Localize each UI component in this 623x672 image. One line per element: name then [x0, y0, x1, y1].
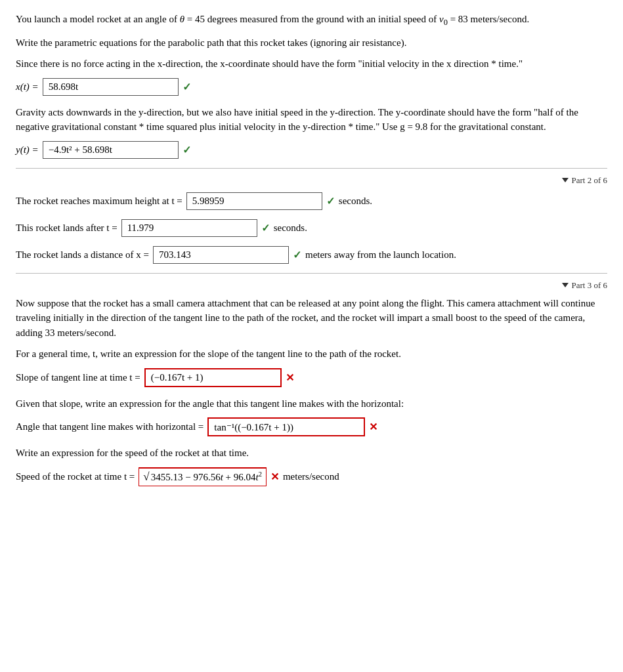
- slope-input[interactable]: [144, 368, 282, 387]
- distance-check-icon: ✓: [293, 249, 301, 261]
- distance-text: The rocket lands a distance of x =: [16, 249, 149, 261]
- part2-label-row: Part 2 of 6: [16, 175, 607, 186]
- speed-sqrt-box: √ 3455.13 − 976.56t + 96.04t2: [139, 467, 267, 486]
- xt-label: x(t) =: [16, 81, 39, 93]
- angle-row: Angle that tangent line makes with horiz…: [16, 417, 607, 436]
- triangle-down-icon-2: [562, 283, 569, 287]
- part3-divider: [16, 273, 607, 274]
- camera-text: Now suppose that the rocket has a small …: [16, 296, 607, 341]
- part2-divider: [16, 168, 607, 169]
- max-height-input[interactable]: [186, 192, 322, 210]
- distance-unit: meters away from the launch location.: [305, 249, 456, 261]
- speed-prompt: Write an expression for the speed of the…: [16, 446, 607, 461]
- angle-label: Angle that tangent line makes with horiz…: [16, 421, 204, 432]
- angle-x-icon[interactable]: ✕: [369, 421, 377, 433]
- speed-row: Speed of the rocket at time t = √ 3455.1…: [16, 467, 607, 486]
- xt-input[interactable]: [43, 78, 179, 96]
- lands-unit: seconds.: [274, 222, 307, 234]
- lands-input[interactable]: [121, 219, 257, 237]
- distance-row: The rocket lands a distance of x = ✓ met…: [16, 246, 607, 264]
- yt-input[interactable]: [43, 141, 179, 159]
- speed-value: 3455.13 − 976.56t + 96.04t2: [151, 471, 262, 483]
- intro-line1: You launch a model rocket at an angle of…: [16, 12, 607, 29]
- yt-check-icon: ✓: [183, 144, 191, 156]
- lands-check-icon: ✓: [261, 222, 270, 234]
- intro-line2: Write the parametric equations for the p…: [16, 35, 607, 51]
- angle-prompt: Given that slope, write an expression fo…: [16, 396, 607, 411]
- sqrt-symbol: √: [143, 471, 149, 484]
- max-height-unit: seconds.: [339, 196, 372, 207]
- max-height-row: The rocket reaches maximum height at t =…: [16, 192, 607, 210]
- yt-label: y(t) =: [16, 144, 39, 156]
- speed-x-icon[interactable]: ✕: [270, 471, 279, 483]
- slope-row: Slope of tangent line at time t = ✕: [16, 368, 607, 387]
- part3-label-row: Part 3 of 6: [16, 280, 607, 291]
- distance-input[interactable]: [153, 246, 289, 264]
- triangle-down-icon: [562, 178, 569, 182]
- speed-unit: meters/second: [283, 471, 339, 482]
- slope-label: Slope of tangent line at time t =: [16, 372, 140, 383]
- lands-text: This rocket lands after t =: [16, 222, 118, 234]
- slope-prompt: For a general time, t, write an expressi…: [16, 346, 607, 362]
- intro-section: You launch a model rocket at an angle of…: [16, 12, 607, 72]
- max-height-text: The rocket reaches maximum height at t =: [16, 196, 183, 207]
- xt-equation-row: x(t) = ✓: [16, 78, 607, 96]
- intro-line3: Since there is no force acting in the x-…: [16, 56, 607, 72]
- lands-row: This rocket lands after t = ✓ seconds.: [16, 219, 607, 237]
- part2-label: Part 2 of 6: [571, 175, 607, 186]
- xt-check-icon: ✓: [183, 81, 191, 93]
- gravity-text: Gravity acts downwards in the y-directio…: [16, 105, 607, 135]
- angle-input[interactable]: [207, 417, 365, 436]
- max-height-check-icon: ✓: [326, 195, 335, 207]
- part3-label: Part 3 of 6: [571, 280, 607, 291]
- slope-x-icon[interactable]: ✕: [286, 371, 294, 384]
- yt-equation-row: y(t) = ✓: [16, 141, 607, 159]
- speed-label: Speed of the rocket at time t =: [16, 471, 135, 482]
